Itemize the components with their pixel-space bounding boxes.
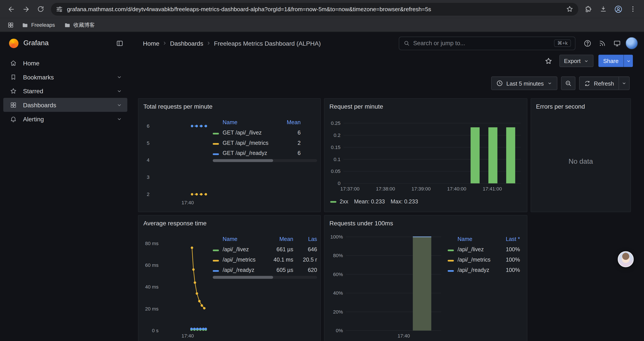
forward-button[interactable] <box>19 2 33 16</box>
svg-text:40 ms: 40 ms <box>145 284 158 290</box>
chart-legend[interactable]: 2xx Mean: 0.233 Max: 0.233 <box>330 199 418 205</box>
refresh-button[interactable]: Refresh <box>580 77 618 90</box>
share-button[interactable]: Share <box>598 55 624 67</box>
legend-col-last[interactable]: Last * <box>496 236 520 242</box>
request-per-minute-chart[interactable]: 0.250.20.150.10.05017:37:0017:38:0017:39… <box>328 114 524 194</box>
search-icon <box>403 40 410 47</box>
grafana-header: Grafana Home Dashboards Freeleaps Metric… <box>0 32 644 54</box>
zoom-out-button[interactable] <box>561 77 576 90</box>
reload-button[interactable] <box>34 2 48 16</box>
series-swatch <box>213 249 219 251</box>
legend-col-last[interactable]: Las <box>293 236 317 242</box>
no-data-message: No data <box>531 111 630 212</box>
svg-text:100%: 100% <box>330 234 343 240</box>
total-requests-chart[interactable]: 6543217:40 <box>142 114 212 207</box>
legend-row[interactable]: GET /api/_/readyz 6 <box>213 148 317 158</box>
svg-text:60%: 60% <box>333 272 343 277</box>
browser-menu-button[interactable] <box>626 2 640 16</box>
svg-text:17:41:00: 17:41:00 <box>483 186 502 192</box>
legend-row[interactable]: /api/_/readyz 605 µs 620 <box>213 265 317 275</box>
sidebar-item-alerting[interactable]: Alerting <box>3 112 127 126</box>
chevron-down-icon[interactable] <box>116 102 122 108</box>
legend-col-name[interactable]: Name <box>458 236 495 242</box>
series-name: /api/_/readyz <box>223 267 272 273</box>
svg-text:4: 4 <box>147 157 150 163</box>
profile-button[interactable] <box>611 2 625 16</box>
time-range-picker[interactable]: Last 5 minutes <box>491 77 558 90</box>
floating-assistant-avatar[interactable] <box>618 251 634 267</box>
panel-title[interactable]: Requests under 100ms <box>324 215 527 227</box>
sidebar-item-label: Bookmarks <box>23 73 54 80</box>
sidebar-toggle-button[interactable] <box>113 37 126 49</box>
panel-title[interactable]: Total requests per minute <box>138 99 320 110</box>
extensions-button[interactable] <box>582 2 596 16</box>
url-bar[interactable]: grafana.mathmast.com/d/deytv4rwavabkb/fr… <box>51 3 578 15</box>
apps-grid-button[interactable] <box>5 19 16 31</box>
legend-row[interactable]: /api/_/livez 661 µs 646 <box>213 244 317 254</box>
user-avatar[interactable] <box>626 37 638 49</box>
svg-text:5: 5 <box>147 140 150 146</box>
refresh-label: Refresh <box>594 80 614 87</box>
series-name: /api/_/metrics <box>223 256 272 263</box>
home-icon <box>10 60 17 67</box>
sidebar-item-starred[interactable]: Starred <box>3 84 127 98</box>
scrollbar-thumb[interactable] <box>213 276 273 279</box>
brand-title: Grafana <box>24 39 108 47</box>
chevron-right-icon <box>162 41 167 46</box>
site-settings-icon[interactable] <box>56 6 63 13</box>
svg-text:80%: 80% <box>333 253 343 258</box>
requests-under-100ms-chart[interactable]: 100%80%60%40%20%0%17:40 <box>328 231 447 341</box>
news-button[interactable] <box>596 37 608 49</box>
legend-row[interactable]: GET /api/_/metrics 2 <box>213 138 317 148</box>
downloads-button[interactable] <box>596 2 610 16</box>
breadcrumb-home[interactable]: Home <box>143 40 159 47</box>
favorite-star-button[interactable] <box>542 55 554 67</box>
series-swatch <box>213 270 219 272</box>
chevron-down-icon[interactable] <box>116 74 122 80</box>
panel-requests-under-100ms: Requests under 100ms 100%80%60%40%20%0%1… <box>324 215 527 341</box>
sidebar-item-bookmarks[interactable]: Bookmarks <box>3 70 127 84</box>
legend-row[interactable]: /api/_/readyz 100% <box>448 265 520 275</box>
legend-header: Name Last * <box>448 233 520 244</box>
svg-text:17:39:00: 17:39:00 <box>412 186 430 192</box>
legend-row[interactable]: /api/_/metrics 100% <box>448 254 520 265</box>
export-button[interactable]: Export <box>560 55 593 67</box>
svg-text:20%: 20% <box>333 309 343 315</box>
legend-row[interactable]: GET /api/_/livez 6 <box>213 128 317 138</box>
legend-scrollbar[interactable] <box>213 276 317 279</box>
chevron-down-icon[interactable] <box>116 88 122 94</box>
search-input[interactable] <box>413 40 551 47</box>
monitor-button[interactable] <box>611 37 623 49</box>
back-button[interactable] <box>4 2 18 16</box>
legend-scrollbar[interactable] <box>213 159 317 162</box>
grafana-logo[interactable] <box>9 38 18 48</box>
sidebar-item-home[interactable]: Home <box>3 56 127 70</box>
legend-row[interactable]: /api/_/livez 100% <box>448 244 520 254</box>
series-mean: 605 µs <box>272 267 293 273</box>
legend-col-mean[interactable]: Mean <box>272 236 293 242</box>
refresh-interval-button[interactable] <box>618 77 629 90</box>
svg-text:0.05: 0.05 <box>331 169 341 174</box>
panel-title[interactable]: Errors per second <box>531 99 630 110</box>
series-swatch <box>213 133 219 134</box>
svg-text:20 ms: 20 ms <box>145 306 158 311</box>
average-response-time-chart[interactable]: 80 ms60 ms40 ms20 ms0 s17:40 <box>142 231 212 341</box>
breadcrumb-dashboards[interactable]: Dashboards <box>170 40 204 47</box>
legend-row[interactable]: /api/_/metrics 40.1 ms 20.5 r <box>213 254 317 265</box>
share-menu-button[interactable] <box>624 55 633 67</box>
panel-title[interactable]: Average response time <box>138 215 320 227</box>
legend-col-name[interactable]: Name <box>223 236 272 242</box>
series-name: GET /api/_/livez <box>223 129 282 136</box>
panel-title[interactable]: Request per minute <box>324 99 527 110</box>
help-button[interactable] <box>581 37 593 49</box>
bookmark-freeleaps[interactable]: Freeleaps <box>18 20 58 30</box>
bookmark-blog[interactable]: 收藏博客 <box>60 20 98 30</box>
refresh-split-button: Refresh <box>579 77 630 90</box>
folder-icon <box>22 22 28 28</box>
bookmark-star-icon[interactable] <box>566 5 574 13</box>
scrollbar-thumb[interactable] <box>213 159 273 162</box>
legend-col-mean[interactable]: Mean <box>282 119 300 125</box>
sidebar-item-dashboards[interactable]: Dashboards <box>3 98 127 112</box>
legend-col-name[interactable]: Name <box>223 119 282 125</box>
chevron-down-icon[interactable] <box>116 116 122 122</box>
